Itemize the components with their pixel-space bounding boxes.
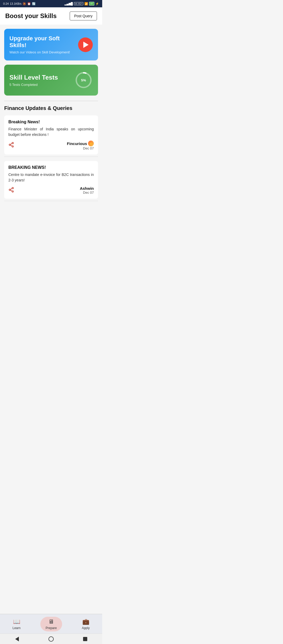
news-divider-1 <box>4 157 98 157</box>
status-bar: 0:24 13.1KB/s 🔕 ⏰ 🔄 ▂▄▆█ Vo 4G+ 📶 97 ⚡ <box>0 0 102 7</box>
banner-text: Upgrade your Soft Skills! Watch our Vide… <box>9 35 78 54</box>
status-alarm-icon: ⏰ <box>27 2 31 5</box>
status-time: 0:24 <box>3 2 9 5</box>
svg-line-5 <box>10 145 12 146</box>
wifi-icon: 📶 <box>84 2 88 5</box>
banner-subtitle: Watch our Videos on Skill Development! <box>9 50 78 54</box>
header: Boost your Skills Post Query <box>0 7 102 25</box>
news-body-2: Centre to mandate e-invoice for B2C tran… <box>8 172 94 183</box>
fincurious-logo: ⚡ <box>88 141 94 146</box>
skill-title: Skill Level Tests <box>9 74 58 81</box>
news-footer-2: Ashwin Dec 07 <box>8 186 94 195</box>
play-button[interactable] <box>78 37 93 52</box>
svg-line-10 <box>10 190 12 191</box>
progress-label: 5% <box>81 78 86 82</box>
status-network: 13.1KB/s <box>10 2 21 5</box>
svg-line-11 <box>10 188 12 189</box>
news-body-1: Finance Minister of India speaks on upco… <box>8 126 94 137</box>
news-date-2: Dec 07 <box>80 191 94 195</box>
signal-bars-icon: ▂▄▆█ <box>64 2 73 5</box>
section-divider <box>4 101 98 101</box>
status-right: ▂▄▆█ Vo 4G+ 📶 97 ⚡ <box>64 2 99 5</box>
news-meta-1: Fincurious ⚡ Dec 07 <box>67 141 94 150</box>
soft-skills-banner: Upgrade your Soft Skills! Watch our Vide… <box>4 29 98 60</box>
news-meta-2: Ashwin Dec 07 <box>80 186 94 195</box>
section-title: Finance Updates & Queries <box>4 105 98 111</box>
page-title: Boost your Skills <box>5 12 57 20</box>
skill-subtitle: 5 Tests Completed <box>9 83 58 87</box>
post-query-button[interactable]: Post Query <box>70 12 97 20</box>
news-card-1: Breaking News! Finance Minister of India… <box>4 115 98 154</box>
news-headline-2: BREAKING NEWS! <box>8 165 94 170</box>
share-icon-2[interactable] <box>8 187 14 194</box>
battery-icon: 97 <box>89 2 94 5</box>
news-date-1: Dec 07 <box>67 146 94 150</box>
skill-text: Skill Level Tests 5 Tests Completed <box>9 74 58 87</box>
skill-level-banner: Skill Level Tests 5 Tests Completed 5% <box>4 65 98 96</box>
banner-title: Upgrade your Soft Skills! <box>9 35 78 49</box>
news-card-2: BREAKING NEWS! Centre to mandate e-invoi… <box>4 161 98 199</box>
news-headline-1: Breaking News! <box>8 120 94 124</box>
news-footer-1: Fincurious ⚡ Dec 07 <box>8 141 94 150</box>
status-left: 0:24 13.1KB/s 🔕 ⏰ 🔄 <box>3 2 36 5</box>
main-content: Upgrade your Soft Skills! Watch our Vide… <box>0 25 102 231</box>
status-signal-icon: 🔕 <box>23 2 26 5</box>
progress-circle: 5% <box>74 71 93 89</box>
svg-line-6 <box>10 143 12 145</box>
status-extra-icon: 🔄 <box>32 2 36 5</box>
news-source-1: Fincurious ⚡ <box>67 141 94 146</box>
charging-icon: ⚡ <box>95 2 99 5</box>
play-icon <box>83 42 89 48</box>
news-divider-2 <box>4 201 98 201</box>
share-icon-1[interactable] <box>8 142 14 149</box>
volte-icon: Vo 4G+ <box>74 2 83 5</box>
news-source-2: Ashwin <box>80 186 94 191</box>
